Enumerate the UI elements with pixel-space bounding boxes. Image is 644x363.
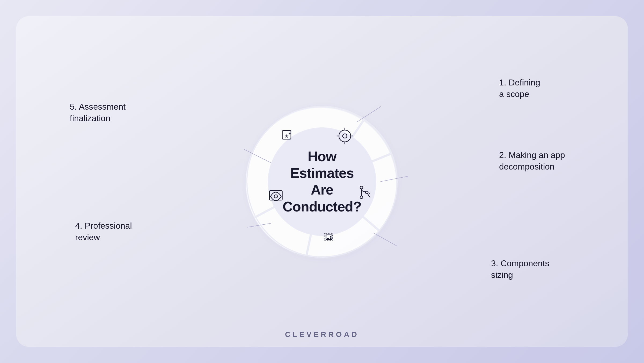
main-card: How Estimates Are Conducted? 1. Defining… [16, 16, 628, 347]
center-text: How Estimates Are Conducted? [279, 148, 365, 215]
label-1: 1. Defininga scope [499, 77, 569, 100]
label-4: 4. Professionalreview [75, 220, 150, 243]
brand-name: CLEVERROAD [285, 330, 359, 339]
main-title: How Estimates Are Conducted? [279, 148, 365, 215]
diagram-container: How Estimates Are Conducted? 1. Defining… [161, 61, 483, 303]
svg-line-29 [357, 106, 381, 122]
label-3: 3. Componentssizing [491, 258, 566, 281]
label-2: 2. Making an appdecomposition [499, 149, 580, 172]
label-5: 5. Assessmentfinalization [70, 101, 150, 124]
svg-point-25 [330, 236, 331, 238]
svg-line-31 [373, 233, 397, 246]
